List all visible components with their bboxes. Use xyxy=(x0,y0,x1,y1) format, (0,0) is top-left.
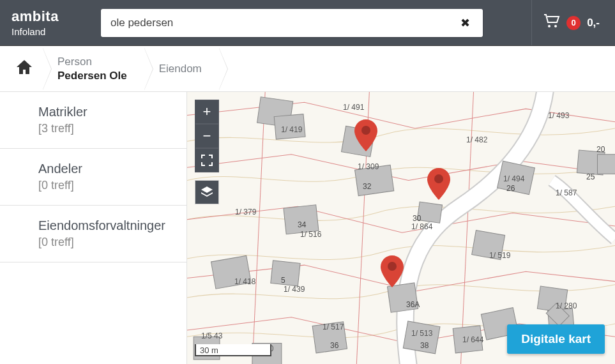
cart-icon xyxy=(543,14,560,32)
breadcrumb-person-value: Pedersen Ole xyxy=(57,70,127,82)
layers-icon xyxy=(201,186,213,199)
house-number: 30 xyxy=(413,214,421,223)
svg-point-0 xyxy=(548,25,550,27)
map-scale: 30 m xyxy=(195,344,271,356)
parcel-label: 1/ 516 xyxy=(300,230,321,239)
parcel-label: 1/ 587 xyxy=(556,188,577,197)
cart-button[interactable]: 0 0,- xyxy=(531,0,615,45)
house-number: 36 xyxy=(330,341,338,350)
search-input[interactable] xyxy=(110,17,457,29)
breadcrumb-eiendom[interactable]: Eiendom xyxy=(145,55,220,83)
house-number: 32 xyxy=(363,182,371,191)
house-number: 36A xyxy=(406,300,420,309)
svg-rect-9 xyxy=(597,155,615,174)
sidebar-item-matrikler[interactable]: Matrikler [3 treff] xyxy=(0,92,186,149)
main: Matrikler [3 treff] Andeler [0 treff] Ei… xyxy=(0,92,615,364)
map-area[interactable]: + − 1/ 4911/ 4191/ 4821/ 4931/ 3091/ 494… xyxy=(187,92,615,364)
parcel-label: 1/ 864 xyxy=(411,222,432,231)
breadcrumb-home[interactable] xyxy=(5,52,43,86)
parcel-label: 1/ 491 xyxy=(343,103,364,112)
parcel-label: 1/ 418 xyxy=(234,277,255,286)
cart-price: 0,- xyxy=(587,17,600,29)
parcel-label: 1/ 519 xyxy=(489,251,510,260)
svg-point-27 xyxy=(388,262,397,271)
parcel-label: 1/ 309 xyxy=(358,162,379,171)
layers-button[interactable] xyxy=(195,180,219,204)
digital-maps-button[interactable]: Digitale kart xyxy=(507,324,605,354)
sidebar-item-title: Andeler xyxy=(38,162,171,176)
sidebar-item-hits: [0 treff] xyxy=(38,179,171,192)
house-number: 26 xyxy=(506,184,515,193)
breadcrumb: Person Pedersen Ole Eiendom xyxy=(0,46,615,92)
svg-point-1 xyxy=(554,25,557,27)
zoom-in-button[interactable]: + xyxy=(195,100,219,124)
sidebar-item-hits: [3 treff] xyxy=(38,122,171,135)
parcel-label: 1/ 494 xyxy=(503,174,524,183)
parcel-label: 1/ 513 xyxy=(411,329,432,338)
sidebar-item-title: Matrikler xyxy=(38,105,171,119)
svg-point-26 xyxy=(434,174,443,183)
map-background xyxy=(187,92,615,364)
house-number: 38 xyxy=(420,341,429,350)
parcel-label: 1/ 379 xyxy=(235,208,256,216)
sidebar: Matrikler [3 treff] Andeler [0 treff] Ei… xyxy=(0,92,187,364)
sidebar-item-andeler[interactable]: Andeler [0 treff] xyxy=(0,149,186,206)
zoom-out-button[interactable]: − xyxy=(195,124,219,148)
map-controls: + − xyxy=(195,100,219,204)
parcel-label: 1/ 439 xyxy=(284,285,305,294)
breadcrumb-person[interactable]: Person Pedersen Ole xyxy=(43,48,145,90)
search-box: ✖ xyxy=(101,9,483,37)
parcel-label: 1/ 482 xyxy=(466,135,487,144)
sidebar-item-eiendomsforvaltninger[interactable]: Eiendomsforvaltninger [0 treff] xyxy=(0,206,186,262)
house-number: 34 xyxy=(298,220,306,229)
parcel-label: 1/ 419 xyxy=(281,125,302,134)
map-pin[interactable] xyxy=(354,119,377,151)
sidebar-item-title: Eiendomsforvaltninger xyxy=(38,218,171,233)
parcel-label: 1/ 644 xyxy=(462,335,483,344)
fullscreen-button[interactable] xyxy=(195,148,219,172)
header: ambita Infoland ✖ 0 0,- xyxy=(0,0,615,46)
house-number: 25 xyxy=(586,172,595,181)
parcel-label: 1/ 493 xyxy=(548,111,569,120)
cart-count-badge: 0 xyxy=(566,16,581,30)
parcel-label: 1/ 280 xyxy=(556,301,577,310)
sidebar-item-hits: [0 treff] xyxy=(38,236,171,249)
parcel-label: 1/ 517 xyxy=(323,322,344,331)
fullscreen-icon xyxy=(201,155,213,166)
map-pin[interactable] xyxy=(427,168,450,200)
home-icon xyxy=(17,60,32,74)
svg-point-25 xyxy=(361,126,370,135)
house-number: 20 xyxy=(596,145,605,154)
house-number: 5 xyxy=(281,276,285,285)
clear-icon[interactable]: ✖ xyxy=(457,13,473,33)
breadcrumb-person-label: Person xyxy=(57,56,127,68)
map-pin[interactable] xyxy=(381,255,404,287)
parcel-label: 1/5 43 xyxy=(201,331,222,340)
breadcrumb-eiendom-label: Eiendom xyxy=(159,63,202,75)
brand-logo[interactable]: ambita Infoland xyxy=(6,8,95,37)
search-wrap: ✖ xyxy=(95,9,531,37)
brand-title: ambita xyxy=(11,8,83,25)
brand-subtitle: Infoland xyxy=(11,26,83,37)
